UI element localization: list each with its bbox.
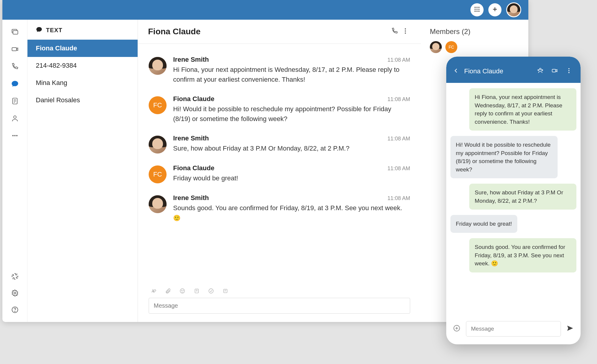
message-row: Irene Smith11:08 AMSounds good. You are … (149, 194, 410, 223)
mobile-bubble: Friday would be great! (450, 215, 517, 233)
svg-rect-37 (552, 69, 556, 72)
sidebar-header: TEXT (27, 20, 138, 40)
topbar (2, 0, 528, 20)
mobile-bubble: Sounds good. You are confirmed for Frida… (469, 238, 576, 272)
message-sender: Fiona Claude (173, 164, 214, 172)
nav-contacts-icon[interactable] (10, 114, 19, 123)
mobile-members-button[interactable] (536, 66, 545, 76)
more-vertical-icon (566, 70, 572, 75)
svg-point-8 (478, 11, 480, 12)
svg-point-22 (14, 292, 16, 294)
svg-point-30 (183, 290, 184, 291)
svg-point-18 (13, 116, 16, 118)
svg-rect-12 (13, 31, 18, 34)
send-icon (566, 324, 574, 333)
mobile-bubble: Hi Fiona, your next appointment is Wedne… (469, 88, 576, 131)
message-text: Sounds good. You are confirmed for Frida… (173, 203, 406, 223)
member-avatar[interactable]: FC (445, 41, 457, 53)
conversation-item[interactable]: Daniel Rosales (27, 92, 138, 109)
mobile-bubble: Hi! Would it be possible to reschedule m… (450, 136, 558, 178)
message-row: Irene Smith11:08 AMHi Fiona, your next a… (149, 56, 410, 84)
dialpad-button[interactable] (470, 3, 484, 16)
plus-circle-icon (453, 324, 461, 333)
svg-rect-33 (224, 289, 227, 293)
message-avatar (149, 195, 167, 213)
messages-list: Irene Smith11:08 AMHi Fiona, your next a… (138, 44, 421, 285)
svg-point-35 (538, 69, 539, 71)
format-icon[interactable] (150, 288, 157, 294)
nav-more-icon[interactable] (10, 131, 19, 140)
svg-rect-13 (12, 48, 16, 51)
svg-point-25 (405, 28, 406, 30)
emoji-icon[interactable] (179, 288, 186, 294)
message-time: 11:08 AM (387, 165, 410, 172)
message-sender: Fiona Claude (173, 95, 214, 103)
mobile-video-button[interactable] (550, 66, 559, 76)
dialpad-icon (474, 6, 480, 14)
message-avatar (149, 136, 167, 154)
nav-video-icon[interactable] (10, 45, 19, 54)
task-icon[interactable] (208, 288, 214, 294)
composer (138, 285, 421, 322)
message-avatar: FC (149, 96, 167, 114)
nav-help-icon[interactable] (10, 305, 19, 314)
message-text: Hi Fiona, your next appointment is Wedne… (173, 65, 406, 84)
nav-settings-icon[interactable] (10, 289, 19, 298)
mobile-message-input[interactable] (466, 321, 561, 337)
conversation-sidebar: TEXT Fiona Claude214-482-9384Mina KangDa… (27, 20, 138, 322)
mobile-bubble: Sure, how about Friday at 3 P.M Or Monda… (469, 184, 576, 210)
add-button[interactable] (488, 3, 501, 16)
svg-point-21 (16, 135, 17, 136)
message-input[interactable] (149, 298, 410, 314)
svg-point-34 (539, 68, 541, 70)
message-avatar (149, 57, 167, 75)
svg-point-39 (568, 70, 570, 71)
svg-point-0 (475, 7, 476, 8)
chat-bubble-icon (36, 26, 42, 34)
back-button[interactable] (453, 68, 459, 75)
message-time: 11:08 AM (387, 195, 410, 202)
mobile-add-button[interactable] (452, 324, 461, 333)
mobile-send-button[interactable] (566, 324, 575, 333)
svg-point-28 (180, 289, 185, 293)
conversation-item[interactable]: Mina Kang (27, 74, 138, 92)
nav-message-icon[interactable] (10, 27, 19, 36)
svg-point-26 (405, 30, 406, 32)
svg-point-2 (478, 7, 480, 8)
message-text: Hi! Would it be possible to reschedule m… (173, 104, 406, 124)
mobile-more-button[interactable] (564, 66, 573, 76)
call-button[interactable] (389, 26, 400, 37)
svg-point-19 (12, 135, 13, 136)
chat-header: Fiona Claude (138, 20, 421, 44)
attach-icon[interactable] (165, 288, 171, 294)
plus-icon (492, 6, 498, 14)
mobile-messages: Hi Fiona, your next appointment is Wedne… (446, 83, 581, 316)
snippet-icon[interactable] (222, 288, 229, 294)
video-icon (551, 70, 558, 75)
conversation-item[interactable]: Fiona Claude (27, 40, 138, 57)
profile-avatar[interactable] (506, 2, 521, 17)
note-icon[interactable] (193, 288, 200, 294)
svg-point-1 (476, 7, 478, 8)
nav-notes-icon[interactable] (10, 97, 19, 106)
chat-pane: Fiona Claude Irene Smith11:08 AMHi Fiona… (138, 20, 421, 322)
chat-title: Fiona Claude (148, 27, 389, 36)
phone-icon (391, 27, 398, 36)
svg-point-29 (181, 290, 182, 291)
svg-point-32 (209, 289, 213, 293)
mobile-title: Fiona Claude (464, 67, 530, 75)
chat-more-button[interactable] (400, 26, 411, 37)
message-sender: Irene Smith (173, 134, 209, 142)
message-row: FCFiona Claude11:08 AMFriday would be gr… (149, 164, 410, 183)
conversation-item[interactable]: 214-482-9384 (27, 57, 138, 74)
svg-point-27 (405, 32, 406, 34)
nav-extension-icon[interactable] (10, 272, 19, 281)
svg-point-3 (475, 9, 476, 10)
nav-chat-icon[interactable] (10, 79, 19, 88)
message-text: Friday would be great! (173, 173, 406, 183)
mobile-device: Fiona Claude Hi Fiona, your next appoint… (446, 57, 581, 344)
nav-phone-icon[interactable] (10, 62, 19, 71)
member-avatar[interactable] (430, 41, 442, 53)
message-row: FCFiona Claude11:08 AMHi! Would it be po… (149, 95, 410, 124)
mobile-header: Fiona Claude (446, 57, 581, 83)
